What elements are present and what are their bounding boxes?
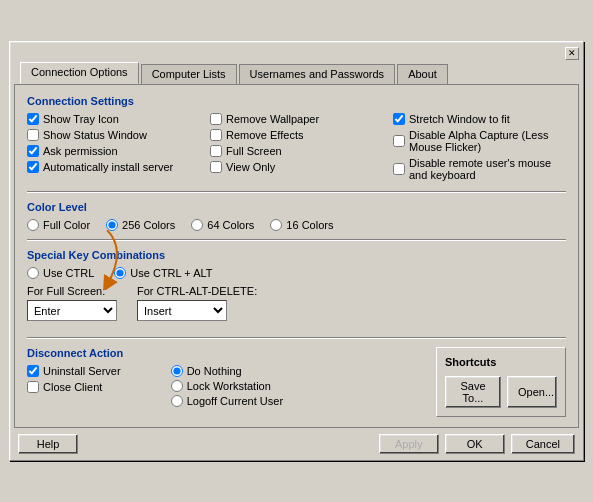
disable-alpha-label: Disable Alpha Capture (Less Mouse Flicke… <box>409 129 566 153</box>
lock-workstation-radio-item: Lock Workstation <box>171 380 283 392</box>
full-screen-dropdown-label: For Full Screen: <box>27 285 117 297</box>
ok-button[interactable]: OK <box>445 434 505 454</box>
auto-install-checkbox[interactable] <box>27 161 39 173</box>
tab-usernames-passwords[interactable]: Usernames and Passwords <box>239 64 396 84</box>
ask-permission-checkbox[interactable] <box>27 145 39 157</box>
special-keys-radios: Use CTRL Use CTRL + ALT <box>27 267 566 279</box>
apply-button[interactable]: Apply <box>379 434 439 454</box>
connection-settings-title: Connection Settings <box>27 95 566 107</box>
show-tray-icon-label: Show Tray Icon <box>43 113 119 125</box>
close-client-checkbox[interactable] <box>27 381 39 393</box>
256-colors-radio[interactable] <box>106 219 118 231</box>
col1-checkboxes: Show Tray Icon Show Status Window Ask pe… <box>27 113 200 181</box>
color-level-title: Color Level <box>27 201 566 213</box>
disable-alpha-item: Disable Alpha Capture (Less Mouse Flicke… <box>393 129 566 153</box>
connection-checkboxes: Show Tray Icon Show Status Window Ask pe… <box>27 113 566 181</box>
full-screen-dropdown-group: For Full Screen: Enter F11 F12 <box>27 285 117 321</box>
divider-1 <box>27 191 566 193</box>
16-colors-radio[interactable] <box>270 219 282 231</box>
tab-about[interactable]: About <box>397 64 448 84</box>
logoff-user-radio[interactable] <box>171 395 183 407</box>
close-button[interactable]: ✕ <box>565 47 579 60</box>
title-bar: ✕ <box>14 46 579 60</box>
special-keys-section: Special Key Combinations Use CTRL Use CT… <box>27 249 566 329</box>
stretch-window-item: Stretch Window to fit <box>393 113 566 125</box>
col3-checkboxes: Stretch Window to fit Disable Alpha Capt… <box>393 113 566 181</box>
use-ctrl-radio[interactable] <box>27 267 39 279</box>
do-nothing-label: Do Nothing <box>187 365 242 377</box>
ctrl-alt-del-select[interactable]: Insert Delete F8 <box>137 300 227 321</box>
disable-alpha-checkbox[interactable] <box>393 135 405 147</box>
tab-bar: Connection Options Computer Lists Userna… <box>14 62 579 85</box>
16-colors-radio-item: 16 Colors <box>270 219 333 231</box>
cancel-button[interactable]: Cancel <box>511 434 575 454</box>
disable-mouse-label: Disable remote user's mouse and keyboard <box>409 157 566 181</box>
disconnect-title: Disconnect Action <box>27 347 426 359</box>
tab-computer-lists[interactable]: Computer Lists <box>141 64 237 84</box>
disconnect-checkboxes: Uninstall Server Close Client <box>27 365 121 401</box>
help-button[interactable]: Help <box>18 434 78 454</box>
view-only-checkbox[interactable] <box>210 161 222 173</box>
64-colors-radio[interactable] <box>191 219 203 231</box>
remove-wallpaper-item: Remove Wallpaper <box>210 113 383 125</box>
dropdown-container: For Full Screen: Enter F11 F12 For CTRL-… <box>27 285 257 329</box>
disconnect-bottom: Uninstall Server Close Client Do Nothing <box>27 365 426 407</box>
ctrl-alt-del-label: For CTRL-ALT-DELETE: <box>137 285 257 297</box>
remove-wallpaper-checkbox[interactable] <box>210 113 222 125</box>
remove-effects-label: Remove Effects <box>226 129 303 141</box>
full-color-radio-item: Full Color <box>27 219 90 231</box>
lock-workstation-radio[interactable] <box>171 380 183 392</box>
show-status-window-item: Show Status Window <box>27 129 200 141</box>
tab-connection-options[interactable]: Connection Options <box>20 62 139 84</box>
full-screen-checkbox[interactable] <box>210 145 222 157</box>
remove-effects-item: Remove Effects <box>210 129 383 141</box>
256-colors-label: 256 Colors <box>122 219 175 231</box>
close-client-label: Close Client <box>43 381 102 393</box>
divider-3 <box>27 337 566 339</box>
stretch-window-label: Stretch Window to fit <box>409 113 510 125</box>
use-ctrl-alt-radio-item: Use CTRL + ALT <box>114 267 212 279</box>
auto-install-label: Automatically install server <box>43 161 173 173</box>
shortcuts-buttons: Save To... Open... <box>445 376 557 408</box>
64-colors-radio-item: 64 Colors <box>191 219 254 231</box>
do-nothing-radio[interactable] <box>171 365 183 377</box>
auto-install-item: Automatically install server <box>27 161 200 173</box>
disconnect-section: Disconnect Action Uninstall Server Close… <box>27 347 426 417</box>
full-color-radio[interactable] <box>27 219 39 231</box>
use-ctrl-alt-radio[interactable] <box>114 267 126 279</box>
ctrl-alt-del-dropdown-group: For CTRL-ALT-DELETE: Insert Delete F8 <box>137 285 257 321</box>
256-colors-radio-item: 256 Colors <box>106 219 175 231</box>
show-status-window-label: Show Status Window <box>43 129 147 141</box>
full-screen-select[interactable]: Enter F11 F12 <box>27 300 117 321</box>
view-only-label: View Only <box>226 161 275 173</box>
close-client-item: Close Client <box>27 381 121 393</box>
remove-wallpaper-label: Remove Wallpaper <box>226 113 319 125</box>
color-level-radios: Full Color 256 Colors 64 Colors 16 Color… <box>27 219 566 231</box>
open-button[interactable]: Open... <box>507 376 557 408</box>
disable-mouse-checkbox[interactable] <box>393 163 405 175</box>
main-dialog: ✕ Connection Options Computer Lists User… <box>9 41 584 461</box>
uninstall-server-checkbox[interactable] <box>27 365 39 377</box>
disable-mouse-item: Disable remote user's mouse and keyboard <box>393 157 566 181</box>
content-area: Connection Settings Show Tray Icon Show … <box>14 84 579 428</box>
full-screen-label: Full Screen <box>226 145 282 157</box>
disconnect-radios: Do Nothing Lock Workstation Logoff Curre… <box>171 365 283 407</box>
shortcuts-section: Shortcuts Save To... Open... <box>436 347 566 417</box>
stretch-window-checkbox[interactable] <box>393 113 405 125</box>
show-tray-icon-item: Show Tray Icon <box>27 113 200 125</box>
col2-checkboxes: Remove Wallpaper Remove Effects Full Scr… <box>210 113 383 181</box>
show-tray-icon-checkbox[interactable] <box>27 113 39 125</box>
show-status-window-checkbox[interactable] <box>27 129 39 141</box>
special-keys-title: Special Key Combinations <box>27 249 566 261</box>
divider-2 <box>27 239 566 241</box>
logoff-user-radio-item: Logoff Current User <box>171 395 283 407</box>
logoff-user-label: Logoff Current User <box>187 395 283 407</box>
lock-workstation-label: Lock Workstation <box>187 380 271 392</box>
view-only-item: View Only <box>210 161 383 173</box>
ask-permission-label: Ask permission <box>43 145 118 157</box>
remove-effects-checkbox[interactable] <box>210 129 222 141</box>
save-to-button[interactable]: Save To... <box>445 376 501 408</box>
use-ctrl-radio-item: Use CTRL <box>27 267 94 279</box>
dropdown-row: For Full Screen: Enter F11 F12 For CTRL-… <box>27 285 257 321</box>
uninstall-server-item: Uninstall Server <box>27 365 121 377</box>
